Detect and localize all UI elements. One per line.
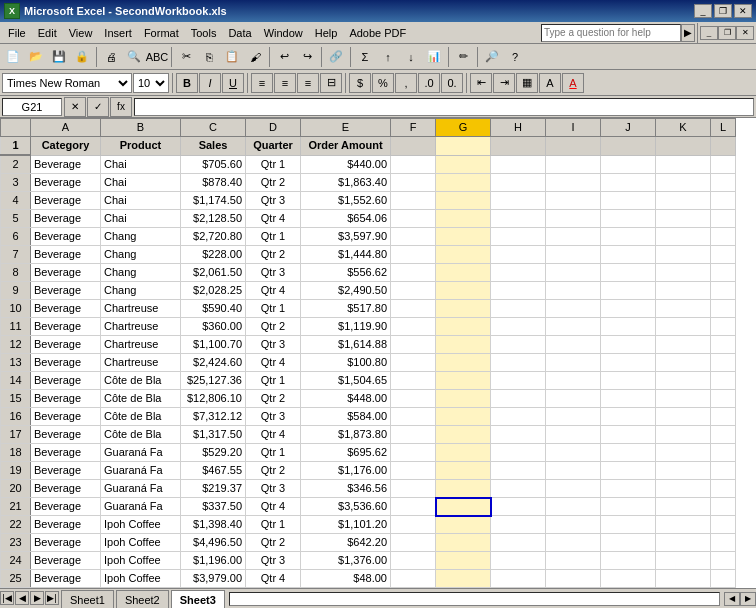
cell-r8-c4[interactable]: $556.62 [301, 264, 391, 282]
cell-r5-c10[interactable] [656, 210, 711, 228]
cell-r3-c6[interactable] [436, 174, 491, 192]
cell-r19-c10[interactable] [656, 462, 711, 480]
cell-r5-c0[interactable]: Beverage [31, 210, 101, 228]
cell-r8-c0[interactable]: Beverage [31, 264, 101, 282]
col-header-f[interactable]: F [391, 119, 436, 137]
cell-r24-c6[interactable] [436, 552, 491, 570]
cell-r22-c9[interactable] [601, 516, 656, 534]
cell-r20-c10[interactable] [656, 480, 711, 498]
cell-r19-c8[interactable] [546, 462, 601, 480]
cell-r9-c7[interactable] [491, 282, 546, 300]
cell-r18-c1[interactable]: Guaraná Fa [101, 444, 181, 462]
font-color-button[interactable]: A [562, 73, 584, 93]
grid-wrapper[interactable]: A B C D E F G H I J K L 1 Category [0, 118, 756, 588]
cell-r16-c10[interactable] [656, 408, 711, 426]
cell-r24-c5[interactable] [391, 552, 436, 570]
cell-r11-c10[interactable] [656, 318, 711, 336]
cell-r16-c3[interactable]: Qtr 3 [246, 408, 301, 426]
cell-r14-c6[interactable] [436, 372, 491, 390]
col-header-d[interactable]: D [246, 119, 301, 137]
cell-r11-c7[interactable] [491, 318, 546, 336]
cell-r10-c9[interactable] [601, 300, 656, 318]
cell-r12-c10[interactable] [656, 336, 711, 354]
cell-r7-c6[interactable] [436, 246, 491, 264]
cell-r17-c4[interactable]: $1,873.80 [301, 426, 391, 444]
cell-r22-c11[interactable] [711, 516, 736, 534]
autosum-icon[interactable]: Σ [354, 46, 376, 68]
h-scroll-left[interactable]: ◀ [724, 592, 740, 606]
cell-r9-c8[interactable] [546, 282, 601, 300]
italic-button[interactable]: I [199, 73, 221, 93]
cell-r3-c0[interactable]: Beverage [31, 174, 101, 192]
cell-r25-c9[interactable] [601, 570, 656, 588]
cell-r9-c0[interactable]: Beverage [31, 282, 101, 300]
cell-r16-c2[interactable]: $7,312.12 [181, 408, 246, 426]
menu-insert[interactable]: Insert [98, 25, 138, 41]
print-icon[interactable]: 🖨 [100, 46, 122, 68]
help-search-input[interactable] [541, 24, 681, 42]
cell-r20-c0[interactable]: Beverage [31, 480, 101, 498]
currency-button[interactable]: $ [349, 73, 371, 93]
cell-r15-c2[interactable]: $12,806.10 [181, 390, 246, 408]
cell-r7-c7[interactable] [491, 246, 546, 264]
cell-r3-c4[interactable]: $1,863.40 [301, 174, 391, 192]
cell-r17-c6[interactable] [436, 426, 491, 444]
cell-r9-c11[interactable] [711, 282, 736, 300]
underline-button[interactable]: U [222, 73, 244, 93]
cell-r4-c2[interactable]: $1,174.50 [181, 192, 246, 210]
align-left-button[interactable]: ≡ [251, 73, 273, 93]
cell-r3-c8[interactable] [546, 174, 601, 192]
cut-icon[interactable]: ✂ [175, 46, 197, 68]
bold-button[interactable]: B [176, 73, 198, 93]
menu-file[interactable]: File [2, 25, 32, 41]
cell-r2-c11[interactable] [711, 155, 736, 174]
cell-r15-c9[interactable] [601, 390, 656, 408]
cell-r19-c5[interactable] [391, 462, 436, 480]
cell-r14-c0[interactable]: Beverage [31, 372, 101, 390]
redo-icon[interactable]: ↪ [296, 46, 318, 68]
cell-r9-c6[interactable] [436, 282, 491, 300]
cell-r23-c6[interactable] [436, 534, 491, 552]
cell-r6-c0[interactable]: Beverage [31, 228, 101, 246]
cell-r14-c9[interactable] [601, 372, 656, 390]
cell-r13-c5[interactable] [391, 354, 436, 372]
chart-icon[interactable]: 📊 [423, 46, 445, 68]
cell-r23-c9[interactable] [601, 534, 656, 552]
cell-r4-c6[interactable] [436, 192, 491, 210]
cell-r14-c3[interactable]: Qtr 1 [246, 372, 301, 390]
cell-r2-c3[interactable]: Qtr 1 [246, 155, 301, 174]
cell-r10-c2[interactable]: $590.40 [181, 300, 246, 318]
cell-r14-c1[interactable]: Côte de Bla [101, 372, 181, 390]
close-button[interactable]: ✕ [734, 4, 752, 18]
cell-r24-c8[interactable] [546, 552, 601, 570]
cell-r19-c2[interactable]: $467.55 [181, 462, 246, 480]
cell-r19-c3[interactable]: Qtr 2 [246, 462, 301, 480]
cell-r4-c7[interactable] [491, 192, 546, 210]
cell-r21-c3[interactable]: Qtr 4 [246, 498, 301, 516]
cell-r13-c9[interactable] [601, 354, 656, 372]
cell-r2-c8[interactable] [546, 155, 601, 174]
cell-r4-c9[interactable] [601, 192, 656, 210]
cell-r12-c11[interactable] [711, 336, 736, 354]
restore-button[interactable]: ❐ [714, 4, 732, 18]
align-center-button[interactable]: ≡ [274, 73, 296, 93]
cell-r24-c9[interactable] [601, 552, 656, 570]
cell-r7-c1[interactable]: Chang [101, 246, 181, 264]
cell-r24-c7[interactable] [491, 552, 546, 570]
cell-r21-c2[interactable]: $337.50 [181, 498, 246, 516]
cell-r18-c4[interactable]: $695.62 [301, 444, 391, 462]
cell-r14-c11[interactable] [711, 372, 736, 390]
decrease-decimal-button[interactable]: 0. [441, 73, 463, 93]
cell-r14-c4[interactable]: $1,504.65 [301, 372, 391, 390]
cell-r21-c10[interactable] [656, 498, 711, 516]
cell-r12-c1[interactable]: Chartreuse [101, 336, 181, 354]
cell-r8-c11[interactable] [711, 264, 736, 282]
cell-r7-c3[interactable]: Qtr 2 [246, 246, 301, 264]
cell-r13-c6[interactable] [436, 354, 491, 372]
spell-icon[interactable]: ABC [146, 46, 168, 68]
cell-r2-c9[interactable] [601, 155, 656, 174]
cell-r15-c8[interactable] [546, 390, 601, 408]
cell-r23-c10[interactable] [656, 534, 711, 552]
cell-r18-c9[interactable] [601, 444, 656, 462]
cell-r19-c9[interactable] [601, 462, 656, 480]
